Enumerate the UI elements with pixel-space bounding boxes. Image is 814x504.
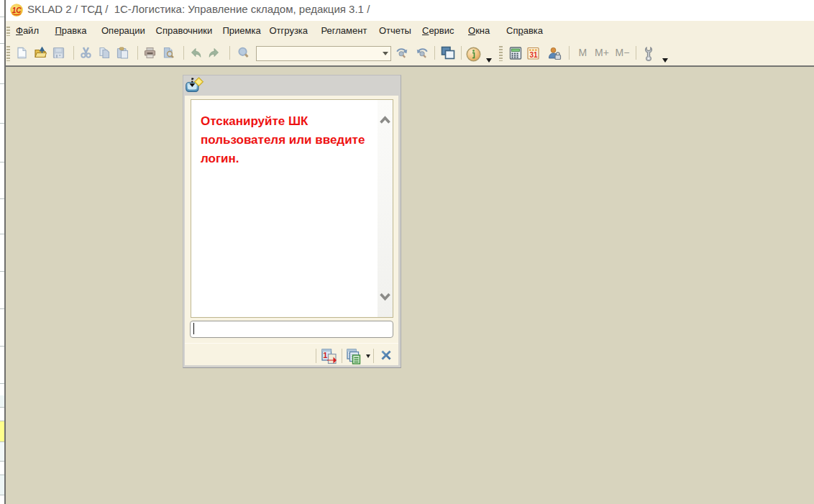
svg-text:1: 1 bbox=[323, 350, 327, 359]
svg-text:31: 31 bbox=[529, 51, 538, 59]
svg-text:1С: 1С bbox=[12, 6, 22, 14]
